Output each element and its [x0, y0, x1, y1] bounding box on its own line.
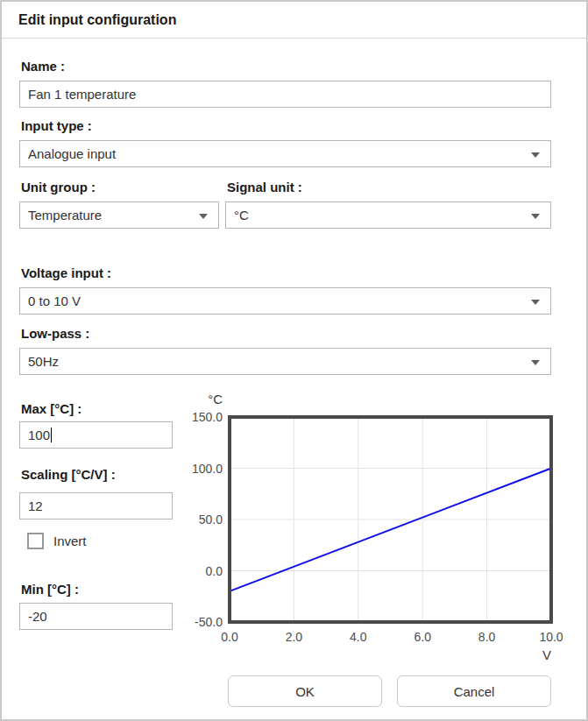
chevron-down-icon: [531, 214, 540, 219]
min-field: Min [°C] :: [19, 583, 181, 630]
unit-group-select[interactable]: Temperature: [19, 201, 219, 229]
y-tick-label: 0.0: [206, 564, 223, 578]
cancel-button[interactable]: Cancel: [397, 675, 551, 707]
unit-group-field: Unit group : Temperature: [19, 180, 219, 229]
scaling-section: Max [°C] : 100 Scaling [°C/V] : Invert M…: [19, 390, 551, 661]
text-caret: [51, 428, 52, 442]
max-value: 100: [28, 428, 50, 442]
y-tick-label: 150.0: [192, 410, 223, 424]
chevron-down-icon: [531, 360, 540, 365]
x-tick-label: 4.0: [350, 630, 367, 644]
name-input[interactable]: [19, 81, 551, 108]
signal-unit-label: Signal unit :: [227, 180, 551, 194]
ok-button[interactable]: OK: [228, 675, 382, 707]
max-field: Max [°C] : 100: [19, 402, 181, 449]
units-row: Unit group : Temperature Signal unit : °…: [19, 180, 551, 229]
edit-input-configuration-dialog: Edit input configuration Name : Input ty…: [0, 0, 588, 721]
chevron-down-icon: [199, 214, 208, 219]
voltage-input-value: 0 to 10 V: [28, 293, 81, 308]
scaling-field: Scaling [°C/V] :: [19, 468, 181, 520]
input-type-label: Input type :: [21, 119, 551, 133]
dialog-title: Edit input configuration: [18, 12, 570, 28]
x-axis-title: V: [542, 647, 551, 662]
low-pass-value: 50Hz: [28, 354, 59, 369]
signal-unit-field: Signal unit : °C: [225, 180, 551, 229]
input-type-select[interactable]: Analogue input: [19, 140, 551, 167]
invert-label: Invert: [53, 534, 87, 548]
x-tick-label: 6.0: [414, 630, 431, 644]
unit-group-value: Temperature: [28, 208, 102, 223]
input-type-value: Analogue input: [28, 146, 116, 161]
name-label: Name :: [21, 60, 551, 74]
min-label: Min [°C] :: [21, 583, 181, 597]
scaling-label: Scaling [°C/V] :: [21, 468, 181, 482]
y-tick-label: 50.0: [199, 512, 223, 527]
signal-unit-select[interactable]: °C: [225, 201, 551, 229]
scaling-chart: °C150.0100.050.00.0-50.00.02.04.06.08.01…: [181, 390, 576, 661]
x-tick-label: 8.0: [478, 630, 496, 644]
scaling-chart-svg: °C150.0100.050.00.0-50.00.02.04.06.08.01…: [181, 390, 576, 661]
min-input[interactable]: [19, 603, 173, 630]
input-type-field: Input type : Analogue input: [19, 119, 551, 167]
max-label: Max [°C] :: [21, 402, 181, 416]
voltage-input-select[interactable]: 0 to 10 V: [19, 287, 551, 315]
y-axis-title: °C: [208, 392, 223, 406]
invert-row: Invert: [27, 533, 181, 549]
unit-group-label: Unit group :: [21, 180, 219, 194]
signal-unit-value: °C: [234, 208, 249, 223]
dialog-header: Edit input configuration: [2, 2, 586, 39]
x-tick-label: 10.0: [539, 630, 563, 644]
max-input[interactable]: 100: [19, 421, 173, 449]
input-scaling-line: [230, 469, 551, 591]
low-pass-field: Low-pass : 50Hz: [19, 327, 551, 375]
chevron-down-icon: [531, 300, 540, 305]
chevron-down-icon: [531, 152, 540, 158]
dialog-body: Name : Input type : Analogue input Unit …: [2, 60, 586, 707]
voltage-input-label: Voltage input :: [21, 266, 551, 280]
invert-checkbox[interactable]: [27, 533, 44, 549]
x-tick-label: 2.0: [286, 630, 303, 644]
low-pass-select[interactable]: 50Hz: [19, 348, 551, 375]
y-tick-label: 100.0: [192, 462, 223, 476]
low-pass-label: Low-pass :: [21, 327, 551, 341]
voltage-input-field: Voltage input : 0 to 10 V: [19, 266, 551, 315]
scaling-input[interactable]: [19, 492, 173, 520]
name-field: Name :: [19, 60, 551, 108]
y-tick-label: -50.0: [195, 615, 223, 629]
dialog-footer: OK Cancel: [228, 675, 551, 707]
scaling-inputs-column: Max [°C] : 100 Scaling [°C/V] : Invert M…: [19, 390, 181, 661]
x-tick-label: 0.0: [221, 630, 238, 644]
